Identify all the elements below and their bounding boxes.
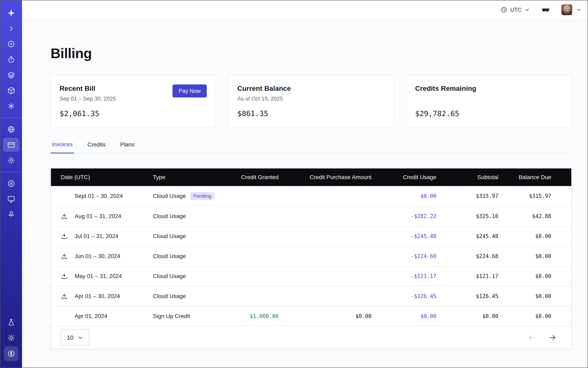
credit-granted-value: $1,000.00 (221, 313, 279, 319)
col-header-credit-granted: Credit Granted (221, 174, 279, 181)
invoice-type-cell: Cloud Usage (153, 293, 221, 299)
credit-usage-value: -$121.17 (371, 273, 436, 279)
tab-credits[interactable]: Credits (86, 141, 107, 153)
recent-bill-card: Recent Bill Sep 01 – Sep 30, 2025 $2,061… (51, 75, 216, 128)
tab-invoices[interactable]: Invoices (51, 141, 74, 153)
download-icon (61, 233, 68, 240)
timer-icon (7, 55, 15, 64)
invoice-type-cell: Cloud Usage (153, 253, 221, 259)
credit-usage-value: -$282.22 (371, 213, 436, 219)
invoice-type: Cloud Usage (153, 293, 186, 299)
download-icon (61, 213, 68, 220)
balance-due-value: $0.00 (498, 253, 561, 259)
invoice-type: Cloud Usage (153, 273, 186, 279)
sidebar-item-labs[interactable] (3, 315, 19, 329)
next-page-button[interactable] (548, 333, 557, 342)
app-logo[interactable] (3, 6, 19, 20)
invoice-row: Aug 01 – 31, 2024 Cloud Usage -$282.22 $… (51, 206, 571, 226)
download-cell (61, 253, 75, 260)
credit-purchase-value: $0.00 (279, 313, 371, 319)
sidebar-item-settings[interactable] (3, 153, 19, 167)
invoice-type: Cloud Usage (153, 253, 186, 259)
user-menu[interactable] (561, 4, 581, 16)
col-header-type: Type (153, 174, 221, 181)
invoice-type-cell: Sign Up Credit (153, 313, 221, 320)
chevron-right-icon (7, 25, 15, 32)
invoice-type-cell: Cloud Usage (153, 273, 221, 279)
download-icon (61, 293, 68, 300)
sidebar (0, 0, 22, 368)
sidebar-item-launch[interactable] (3, 208, 19, 221)
download-cell (61, 193, 75, 200)
sidebar-item-network[interactable] (3, 122, 19, 136)
invoice-date: Apr 01, 2024 (75, 313, 153, 320)
download-cell (61, 213, 75, 220)
download-invoice-button[interactable] (61, 233, 68, 240)
sidebar-item-asterisk[interactable] (3, 99, 19, 113)
sidebar-item-cancel[interactable] (3, 177, 19, 191)
dark-mode-toggle[interactable] (541, 5, 550, 14)
sidebar-item-console[interactable] (3, 192, 19, 206)
credit-usage-value: -$224.68 (371, 253, 436, 259)
invoices-table: Date (UTC) Type Credit Granted Credit Pu… (51, 168, 572, 349)
download-invoice-button[interactable] (61, 253, 68, 260)
subtotal-value: $126.45 (436, 293, 498, 299)
current-balance-card: Current Balance As of Oct 15, 2025 $861.… (228, 75, 394, 128)
sidebar-item-timer[interactable] (3, 53, 19, 66)
invoice-row: Apr 01, 2024 Sign Up Credit $1,000.00 $0… (51, 306, 571, 326)
page-size-value: 10 (67, 334, 73, 341)
target-disc-icon (7, 40, 15, 48)
topbar: UTC (22, 0, 588, 19)
invoice-row: Sept 01 – 30, 2024 Cloud Usage Pending $… (51, 186, 571, 206)
download-invoice-button[interactable] (61, 213, 68, 220)
sidebar-item-target[interactable] (3, 37, 19, 51)
sidebar-item-theme[interactable] (3, 331, 19, 345)
invoice-row: May 01 – 31, 2024 Cloud Usage -$121.17 $… (51, 266, 571, 286)
card-title: Credits Remaining (415, 84, 563, 92)
pagination (527, 333, 561, 342)
pay-now-button[interactable]: Pay Now (172, 84, 207, 98)
download-icon (61, 253, 68, 260)
invoice-type-cell: Cloud Usage Pending (153, 192, 221, 200)
sunglasses-icon (541, 5, 550, 14)
close-circle-icon (7, 180, 15, 188)
credit-usage-value: $0.00 (371, 313, 436, 319)
tab-plans[interactable]: Plans (119, 141, 136, 153)
arrow-right-icon (548, 333, 557, 342)
sun-icon (7, 334, 15, 342)
subtotal-value: $245.48 (436, 233, 498, 239)
app-window: UTC Billing Recent Bill Sep 01 – Sep 30,… (0, 0, 588, 368)
invoice-date: Jul 01 – 31, 2024 (75, 233, 153, 239)
balance-due-value: $42.88 (498, 213, 561, 219)
sidebar-item-layers[interactable] (3, 68, 19, 82)
page-size-select[interactable]: 10 (61, 329, 89, 346)
layers-icon (7, 71, 15, 79)
subtotal-value: $224.68 (436, 253, 498, 259)
gear-icon (7, 156, 15, 165)
chevron-down-icon (77, 335, 83, 341)
invoice-date: Sept 01 – 30, 2024 (75, 193, 153, 199)
col-header-balance-due: Balance Due (498, 174, 561, 181)
download-cell (61, 233, 75, 240)
sidebar-item-billing[interactable] (3, 138, 19, 152)
previous-page-button[interactable] (527, 333, 535, 342)
timezone-label: UTC (510, 7, 522, 13)
invoice-row: Jun 01 – 30, 2024 Cloud Usage -$224.68 $… (51, 246, 571, 266)
sidebar-item-credits[interactable] (4, 346, 18, 361)
download-invoice-button[interactable] (61, 293, 68, 300)
invoice-date: Aug 01 – 31, 2024 (75, 213, 153, 220)
balance-due-value: $315.97 (498, 193, 561, 199)
download-cell (61, 293, 75, 300)
invoice-type: Cloud Usage (153, 193, 186, 199)
card-title: Current Balance (237, 84, 385, 92)
sidebar-expand-button[interactable] (3, 22, 19, 36)
timezone-selector[interactable]: UTC (500, 6, 530, 13)
monitor-icon (7, 195, 15, 203)
sidebar-item-cube[interactable] (3, 84, 19, 98)
table-body: Sept 01 – 30, 2024 Cloud Usage Pending $… (51, 186, 571, 326)
invoice-type-cell: Cloud Usage (153, 233, 221, 239)
billing-card-icon (7, 141, 15, 149)
sidebar-divider (0, 118, 22, 118)
download-invoice-button[interactable] (61, 273, 68, 280)
col-header-credit-purchase: Credit Purchase Amount (279, 174, 371, 181)
